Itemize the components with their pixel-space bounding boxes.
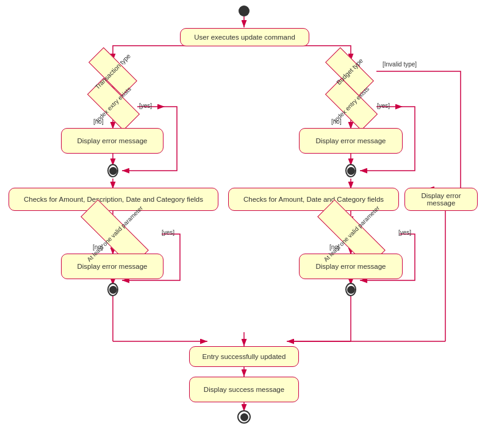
display-error-3-node: Display error message — [61, 254, 163, 279]
merge-left-1-node — [107, 165, 118, 176]
yes-label-index-right: [yes] — [377, 102, 390, 109]
transaction-type-node: Transaction type — [79, 60, 146, 83]
diagram: User executes update command Transaction… — [0, 0, 485, 448]
merge-left-2-node — [107, 284, 118, 295]
yes-label-valid-right: [yes] — [398, 229, 411, 236]
display-error-1-node: Display error message — [61, 128, 163, 154]
yes-label-valid-left: [yes] — [162, 229, 174, 236]
budget-type-node: Budget type — [316, 60, 383, 83]
start-node — [239, 5, 250, 16]
checks-left-node: Checks for Amount, Description, Date and… — [9, 188, 218, 211]
end-node — [237, 410, 251, 424]
valid-param-left-node: At least one valid parameter — [65, 221, 165, 246]
entry-updated-node: Entry successfully updated — [189, 346, 299, 367]
merge-right-1-node — [345, 165, 356, 176]
merge-right-2-node — [345, 284, 356, 295]
display-error-invalid-node: Display error message — [404, 188, 478, 211]
valid-param-right-node: At least one valid parameter — [301, 221, 401, 246]
user-executes-node: User executes update command — [180, 28, 309, 46]
display-error-4-node: Display error message — [299, 254, 403, 279]
invalid-type-label: [Invalid type] — [383, 61, 417, 68]
yes-label-index-left: [yes] — [139, 102, 152, 109]
display-error-2-node: Display error message — [299, 128, 403, 154]
display-success-node: Display success message — [189, 377, 299, 402]
